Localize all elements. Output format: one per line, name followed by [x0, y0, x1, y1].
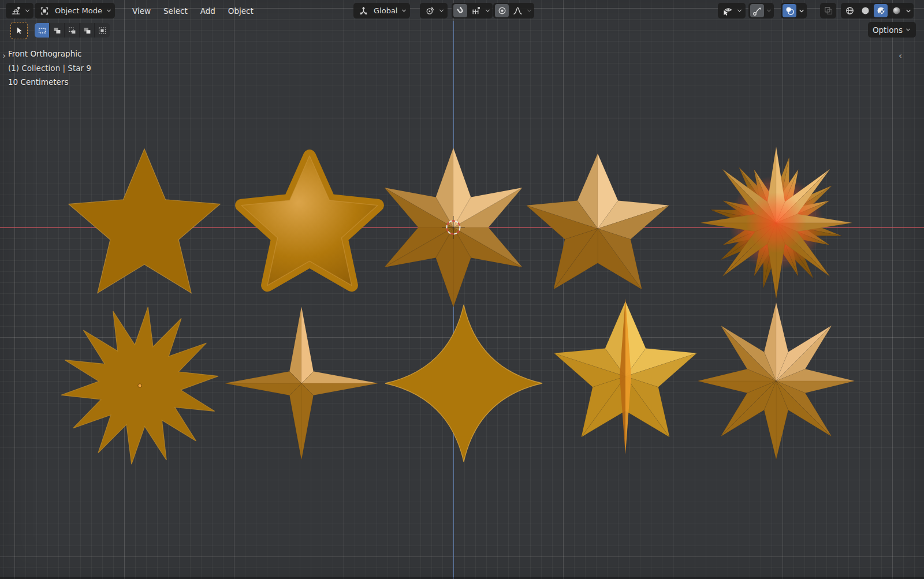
chevron-down-icon[interactable]	[526, 8, 532, 14]
object-visibility-selector[interactable]	[718, 3, 746, 18]
mode-selector[interactable]: Object Mode	[35, 3, 115, 18]
select-invert-icon	[83, 26, 92, 35]
snap-target-button[interactable]	[469, 4, 483, 17]
wireframe-sphere-icon	[845, 6, 855, 16]
scale-text: 10 Centimeters	[8, 75, 91, 89]
gizmo-arc-arrow-icon	[752, 6, 762, 16]
select-mode-subtract-button[interactable]	[65, 23, 80, 38]
shading-wireframe-button[interactable]	[843, 4, 856, 17]
star-14pt-sunburst[interactable]	[61, 307, 218, 464]
select-set-icon	[38, 26, 47, 35]
select-mode-invert-button[interactable]	[80, 23, 95, 38]
proportional-editing-controls	[493, 3, 534, 18]
shading-mode-controls	[841, 3, 914, 18]
chevron-down-icon	[438, 8, 445, 14]
options-dropdown[interactable]: Options	[868, 22, 916, 38]
star-burst-3d[interactable]	[700, 147, 852, 299]
star-4pt-faceted[interactable]	[225, 307, 378, 460]
material-preview-sphere-icon	[876, 6, 886, 16]
snap-toggle-button[interactable]	[453, 4, 467, 17]
proportional-editing-dot-icon	[497, 6, 507, 16]
select-intersect-icon	[98, 26, 107, 35]
select-mode-intersect-button[interactable]	[95, 23, 110, 38]
overlays-toggle-button[interactable]	[783, 4, 796, 17]
solid-sphere-icon	[860, 6, 870, 16]
pivot-point-icon	[423, 4, 437, 17]
header-menubar: View Select Add Object	[126, 3, 260, 18]
select-extend-icon	[53, 26, 62, 35]
snapping-controls	[452, 3, 493, 18]
select-subtract-icon	[68, 26, 77, 35]
context-text: (1) Collection | Star 9	[8, 61, 91, 76]
gizmos-toggle-button[interactable]	[750, 4, 764, 17]
editor-type-button[interactable]	[6, 3, 33, 18]
select-cursor-icon	[14, 26, 24, 35]
chevron-down-icon[interactable]	[798, 8, 805, 14]
rendered-sphere-icon	[892, 6, 901, 16]
gizmos-controls	[748, 3, 774, 18]
transform-orientation-axes-icon	[356, 4, 370, 17]
3d-viewport[interactable]: Object Mode View Select Add Object Globa…	[0, 0, 924, 579]
orientation-label: Global	[372, 6, 399, 15]
chevron-down-icon[interactable]	[905, 8, 912, 14]
chevron-down-icon	[106, 8, 112, 14]
xray-toggle[interactable]	[820, 3, 836, 18]
select-mode-set-button[interactable]	[35, 23, 50, 38]
shading-material-button[interactable]	[874, 4, 888, 17]
proportional-editing-button[interactable]	[495, 4, 509, 17]
menu-object[interactable]: Object	[222, 3, 260, 18]
object-visibility-eye-cursor-icon	[721, 4, 735, 17]
pivot-point-selector[interactable]	[420, 3, 448, 18]
snap-increment-icon	[471, 6, 481, 16]
editor-3d-viewport-icon	[9, 4, 23, 17]
chevron-down-icon	[736, 8, 743, 14]
star-8pt-faceted[interactable]	[698, 302, 855, 460]
chevron-down-icon[interactable]	[485, 8, 491, 14]
transform-orientation-selector[interactable]: Global	[353, 3, 410, 18]
active-tool-select-button[interactable]	[10, 22, 28, 39]
menu-add[interactable]: Add	[194, 3, 222, 18]
options-label: Options	[873, 25, 903, 35]
xray-squares-icon	[821, 4, 835, 17]
view-name-text: Front Orthographic	[8, 47, 91, 61]
menu-view[interactable]: View	[126, 3, 157, 18]
star-4pt-sparkle[interactable]	[385, 305, 542, 462]
viewport-info-overlay: Front Orthographic (1) Collection | Star…	[8, 47, 91, 89]
star-5pt-flat[interactable]	[69, 149, 220, 293]
mode-label: Object Mode	[53, 6, 104, 15]
star-5pt-faceted[interactable]	[526, 154, 669, 289]
star-5pt-rounded[interactable]	[241, 156, 378, 285]
magnet-icon	[456, 6, 465, 16]
select-mode-group	[35, 23, 110, 38]
chevron-down-icon	[401, 8, 407, 14]
object-mode-icon	[38, 4, 51, 17]
overlays-controls	[781, 3, 807, 18]
star-6pt-faceted[interactable]	[384, 148, 522, 307]
falloff-curve-button[interactable]	[511, 4, 524, 17]
sidebar-expand-arrow[interactable]: ‹	[896, 51, 904, 61]
overlays-circles-icon	[785, 6, 795, 16]
menu-select[interactable]: Select	[157, 3, 194, 18]
toolbar-expand-arrow[interactable]: ›	[0, 51, 8, 61]
chevron-down-icon	[905, 27, 911, 33]
chevron-down-icon	[24, 8, 31, 14]
shading-rendered-button[interactable]	[889, 4, 903, 17]
stars-layer	[0, 0, 924, 579]
star-5pt-finned[interactable]	[554, 298, 696, 454]
shading-solid-button[interactable]	[858, 4, 872, 17]
chevron-down-icon[interactable]	[766, 8, 772, 14]
select-mode-extend-button[interactable]	[50, 23, 65, 38]
object-origin-dot	[138, 384, 141, 387]
falloff-curve-icon	[513, 6, 523, 16]
